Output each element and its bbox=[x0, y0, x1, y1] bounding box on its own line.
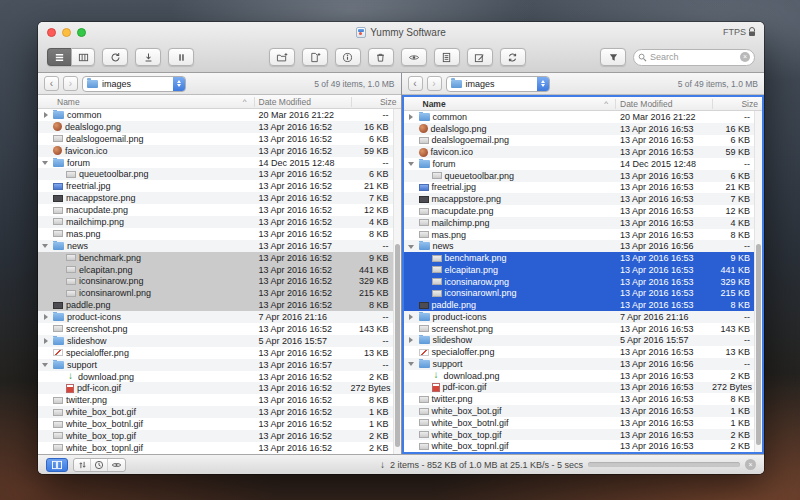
file-row-white_box_bot.gif[interactable]: white_box_bot.gif13 Apr 2016 16:521 KB bbox=[38, 406, 401, 418]
file-row-white_box_top.gif[interactable]: white_box_top.gif13 Apr 2016 16:522 KB bbox=[38, 430, 401, 442]
sync-button[interactable] bbox=[500, 48, 526, 66]
file-row-screenshot.png[interactable]: screenshot.png13 Apr 2016 16:52143 KB bbox=[38, 323, 401, 335]
file-row-dealslogo.png[interactable]: dealslogo.png13 Apr 2016 16:5316 KB bbox=[404, 123, 763, 135]
column-header-date[interactable]: Date Modified bbox=[615, 99, 712, 109]
file-row-twitter.png[interactable]: twitter.png13 Apr 2016 16:538 KB bbox=[404, 393, 763, 405]
file-row-iconsinarow.png[interactable]: iconsinarow.png13 Apr 2016 16:53329 KB bbox=[404, 276, 763, 288]
file-row-freetrial.jpg[interactable]: freetrial.jpg13 Apr 2016 16:5221 KB bbox=[38, 180, 401, 192]
search-input[interactable] bbox=[650, 52, 737, 62]
file-row-download.png[interactable]: download.png13 Apr 2016 16:522 KB bbox=[38, 371, 401, 383]
file-row-pdf-icon.gif[interactable]: pdf-icon.gif13 Apr 2016 16:53272 Bytes bbox=[404, 382, 763, 394]
column-header-name[interactable]: Name^ bbox=[404, 99, 616, 109]
file-row-forum[interactable]: forum14 Dec 2015 12:48-- bbox=[404, 158, 763, 170]
disclosure-open-icon[interactable] bbox=[407, 359, 416, 368]
column-view-button[interactable] bbox=[71, 48, 95, 66]
file-row-elcapitan.png[interactable]: elcapitan.png13 Apr 2016 16:52441 KB bbox=[38, 264, 401, 276]
transfer-direction-button[interactable] bbox=[74, 459, 91, 471]
disclosure-closed-icon[interactable] bbox=[407, 312, 416, 321]
file-row-specialoffer.png[interactable]: specialoffer.png13 Apr 2016 16:5213 KB bbox=[38, 347, 401, 359]
zoom-button[interactable] bbox=[77, 28, 86, 37]
file-row-twitter.png[interactable]: twitter.png13 Apr 2016 16:528 KB bbox=[38, 394, 401, 406]
file-row-slideshow[interactable]: slideshow5 Apr 2016 15:57-- bbox=[38, 335, 401, 347]
cancel-transfer-button[interactable]: × bbox=[745, 459, 756, 470]
column-header-size[interactable]: Size bbox=[351, 97, 401, 107]
permissions-button[interactable] bbox=[434, 48, 460, 66]
file-row-white_box_top.gif[interactable]: white_box_top.gif13 Apr 2016 16:532 KB bbox=[404, 429, 763, 441]
disclosure-open-icon[interactable] bbox=[41, 241, 50, 250]
file-row-support[interactable]: support13 Apr 2016 16:57-- bbox=[38, 359, 401, 371]
file-row-iconsinarownl.png[interactable]: iconsinarownl.png13 Apr 2016 16:53215 KB bbox=[404, 287, 763, 299]
file-row-product-icons[interactable]: product-icons7 Apr 2016 21:16-- bbox=[38, 311, 401, 323]
back-button[interactable]: ‹ bbox=[44, 76, 59, 91]
file-row-common[interactable]: common20 Mar 2016 21:22-- bbox=[38, 109, 401, 121]
file-row-benchmark.png[interactable]: benchmark.png13 Apr 2016 16:539 KB bbox=[404, 252, 763, 264]
disclosure-open-icon[interactable] bbox=[41, 360, 50, 369]
column-header-size[interactable]: Size bbox=[712, 99, 762, 109]
file-row-white_box_topnl.gif[interactable]: white_box_topnl.gif13 Apr 2016 16:522 KB bbox=[38, 442, 401, 454]
file-row-macupdate.png[interactable]: macupdate.png13 Apr 2016 16:5312 KB bbox=[404, 205, 763, 217]
file-row-product-icons[interactable]: product-icons7 Apr 2016 21:16-- bbox=[404, 311, 763, 323]
forward-button[interactable]: › bbox=[427, 76, 442, 91]
file-row-dealslogo.png[interactable]: dealslogo.png13 Apr 2016 16:5216 KB bbox=[38, 121, 401, 133]
new-file-button[interactable] bbox=[302, 48, 328, 66]
file-row-support[interactable]: support13 Apr 2016 16:56-- bbox=[404, 358, 763, 370]
file-row-news[interactable]: news13 Apr 2016 16:57-- bbox=[38, 240, 401, 252]
quicklook-button[interactable] bbox=[108, 459, 125, 471]
disclosure-closed-icon[interactable] bbox=[41, 313, 50, 322]
disclosure-open-icon[interactable] bbox=[407, 242, 416, 251]
file-row-benchmark.png[interactable]: benchmark.png13 Apr 2016 16:529 KB bbox=[38, 252, 401, 264]
back-button[interactable]: ‹ bbox=[408, 76, 423, 91]
list-view-button[interactable] bbox=[47, 48, 71, 66]
file-row-freetrial.jpg[interactable]: freetrial.jpg13 Apr 2016 16:5321 KB bbox=[404, 182, 763, 194]
file-row-specialoffer.png[interactable]: specialoffer.png13 Apr 2016 16:5313 KB bbox=[404, 346, 763, 358]
file-row-white_box_topnl.gif[interactable]: white_box_topnl.gif13 Apr 2016 16:532 KB bbox=[404, 440, 763, 452]
file-row-mailchimp.png[interactable]: mailchimp.png13 Apr 2016 16:524 KB bbox=[38, 216, 401, 228]
column-header-date[interactable]: Date Modified bbox=[254, 97, 351, 107]
preview-button[interactable] bbox=[401, 48, 427, 66]
file-row-download.png[interactable]: download.png13 Apr 2016 16:532 KB bbox=[404, 370, 763, 382]
file-row-favicon.ico[interactable]: favicon.ico13 Apr 2016 16:5359 KB bbox=[404, 146, 763, 158]
pause-button[interactable] bbox=[168, 48, 194, 66]
file-row-macupdate.png[interactable]: macupdate.png13 Apr 2016 16:5212 KB bbox=[38, 204, 401, 216]
file-row-screenshot.png[interactable]: screenshot.png13 Apr 2016 16:53143 KB bbox=[404, 323, 763, 335]
disclosure-open-icon[interactable] bbox=[41, 158, 50, 167]
file-row-queuetoolbar.png[interactable]: queuetoolbar.png13 Apr 2016 16:526 KB bbox=[38, 168, 401, 180]
close-button[interactable] bbox=[47, 28, 56, 37]
file-row-pdf-icon.gif[interactable]: pdf-icon.gif13 Apr 2016 16:52272 Bytes bbox=[38, 382, 401, 394]
folder-select[interactable]: images bbox=[82, 76, 186, 92]
file-row-white_box_bot.gif[interactable]: white_box_bot.gif13 Apr 2016 16:531 KB bbox=[404, 405, 763, 417]
search-clear-icon[interactable]: × bbox=[740, 52, 750, 62]
disclosure-closed-icon[interactable] bbox=[407, 112, 416, 121]
file-row-forum[interactable]: forum14 Dec 2015 12:48-- bbox=[38, 157, 401, 169]
forward-button[interactable]: › bbox=[63, 76, 78, 91]
file-row-paddle.png[interactable]: paddle.png13 Apr 2016 16:528 KB bbox=[38, 299, 401, 311]
file-row-favicon.ico[interactable]: favicon.ico13 Apr 2016 16:5259 KB bbox=[38, 145, 401, 157]
history-button[interactable] bbox=[91, 459, 108, 471]
delete-button[interactable] bbox=[368, 48, 394, 66]
disclosure-closed-icon[interactable] bbox=[41, 336, 50, 345]
file-row-news[interactable]: news13 Apr 2016 16:56-- bbox=[404, 240, 763, 252]
edit-button[interactable] bbox=[467, 48, 493, 66]
download-button[interactable] bbox=[135, 48, 161, 66]
file-row-dealslogoemail.png[interactable]: dealslogoemail.png13 Apr 2016 16:526 KB bbox=[38, 133, 401, 145]
file-row-mas.png[interactable]: mas.png13 Apr 2016 16:538 KB bbox=[404, 229, 763, 241]
file-row-white_box_botnl.gif[interactable]: white_box_botnl.gif13 Apr 2016 16:521 KB bbox=[38, 418, 401, 430]
file-row-macappstore.png[interactable]: macappstore.png13 Apr 2016 16:527 KB bbox=[38, 192, 401, 204]
file-row-white_box_botnl.gif[interactable]: white_box_botnl.gif13 Apr 2016 16:531 KB bbox=[404, 417, 763, 429]
file-row-elcapitan.png[interactable]: elcapitan.png13 Apr 2016 16:53441 KB bbox=[404, 264, 763, 276]
file-row-slideshow[interactable]: slideshow5 Apr 2016 15:57-- bbox=[404, 335, 763, 347]
file-row-iconsinarow.png[interactable]: iconsinarow.png13 Apr 2016 16:52329 KB bbox=[38, 275, 401, 287]
disclosure-open-icon[interactable] bbox=[407, 159, 416, 168]
file-row-iconsinarownl.png[interactable]: iconsinarownl.png13 Apr 2016 16:52215 KB bbox=[38, 287, 401, 299]
file-row-mailchimp.png[interactable]: mailchimp.png13 Apr 2016 16:534 KB bbox=[404, 217, 763, 229]
filter-button[interactable] bbox=[600, 48, 626, 66]
minimize-button[interactable] bbox=[62, 28, 71, 37]
refresh-button[interactable] bbox=[102, 48, 128, 66]
file-row-dealslogoemail.png[interactable]: dealslogoemail.png13 Apr 2016 16:536 KB bbox=[404, 135, 763, 147]
info-button[interactable] bbox=[335, 48, 361, 66]
file-row-macappstore.png[interactable]: macappstore.png13 Apr 2016 16:537 KB bbox=[404, 193, 763, 205]
file-row-mas.png[interactable]: mas.png13 Apr 2016 16:528 KB bbox=[38, 228, 401, 240]
scrollbar-thumb[interactable] bbox=[756, 244, 761, 445]
dual-pane-toggle-button[interactable] bbox=[46, 458, 68, 472]
new-folder-button[interactable] bbox=[269, 48, 295, 66]
